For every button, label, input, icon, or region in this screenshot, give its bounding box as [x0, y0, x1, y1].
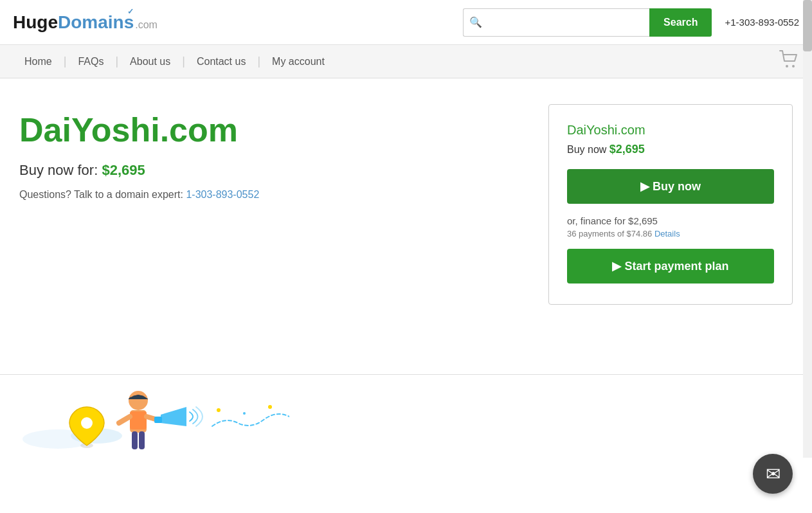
nav-item-contact[interactable]: Contact us	[185, 56, 257, 68]
nav-item-faqs[interactable]: FAQs	[66, 56, 115, 68]
logo-domains-text: Domains	[58, 12, 134, 33]
main-content: DaiYoshi.com Buy now for: $2,695 Questio…	[0, 78, 812, 374]
cart-icon[interactable]	[779, 50, 799, 73]
domain-price: $2,695	[102, 162, 145, 178]
expert-phone-link[interactable]: 1-303-893-0552	[186, 189, 259, 200]
illustration-svg	[19, 381, 289, 452]
card-domain-name: DaiYoshi.com	[567, 123, 774, 138]
nav-list: Home | FAQs | About us | Contact us | My…	[13, 55, 336, 68]
nav-item-about[interactable]: About us	[118, 56, 182, 68]
svg-point-15	[217, 408, 221, 412]
svg-point-6	[129, 391, 148, 410]
search-button[interactable]: Search	[649, 8, 712, 37]
buy-now-label: Buy now for:	[19, 162, 98, 178]
search-magnifier-icon: 🔍	[469, 16, 482, 28]
logo-dotcom-text: .com	[135, 19, 158, 31]
purchase-card: DaiYoshi.com Buy now $2,695 ▶ Buy now or…	[548, 104, 793, 305]
nav-link-faqs[interactable]: FAQs	[66, 56, 115, 68]
svg-rect-12	[139, 431, 145, 449]
svg-rect-11	[132, 431, 138, 449]
buy-now-button[interactable]: ▶ Buy now	[567, 169, 774, 204]
svg-rect-8	[130, 411, 147, 429]
nav-item-home[interactable]: Home	[13, 56, 64, 68]
svg-rect-14	[154, 417, 162, 423]
svg-point-0	[786, 65, 788, 68]
svg-point-5	[81, 417, 93, 429]
domain-info: DaiYoshi.com Buy now for: $2,695 Questio…	[19, 104, 523, 201]
svg-point-1	[792, 65, 795, 68]
expert-contact-text: Questions? Talk to a domain expert: 1-30…	[19, 189, 523, 201]
scrollbar-track	[803, 0, 812, 458]
scrollbar-thumb[interactable]	[803, 0, 812, 51]
finance-text: or, finance for $2,695	[567, 215, 774, 226]
main-nav: Home | FAQs | About us | Contact us | My…	[0, 45, 812, 78]
illustration-area	[0, 374, 812, 458]
domain-title: DaiYoshi.com	[19, 111, 523, 149]
nav-link-about[interactable]: About us	[118, 56, 182, 68]
card-price: $2,695	[609, 143, 645, 156]
svg-marker-13	[161, 407, 186, 426]
expert-label: Questions? Talk to a domain expert:	[19, 189, 183, 200]
nav-item-myaccount[interactable]: My account	[260, 56, 336, 68]
svg-line-9	[119, 417, 130, 423]
svg-point-16	[243, 412, 246, 415]
logo-huge-text: Huge	[13, 12, 58, 33]
start-payment-plan-button[interactable]: ▶ Start payment plan	[567, 249, 774, 284]
header-search-area: 🔍 Search	[463, 8, 712, 37]
search-input-wrapper: 🔍	[463, 8, 649, 37]
search-input[interactable]	[463, 8, 649, 37]
nav-link-contact[interactable]: Contact us	[185, 56, 257, 68]
svg-point-17	[268, 405, 272, 409]
card-buy-now-text: Buy now $2,695	[567, 143, 774, 156]
logo[interactable]: HugeDomains.com	[13, 12, 158, 33]
details-link[interactable]: Details	[654, 229, 680, 239]
nav-link-home[interactable]: Home	[13, 56, 64, 68]
nav-link-myaccount[interactable]: My account	[260, 56, 336, 68]
site-header: HugeDomains.com 🔍 Search +1-303-893-0552	[0, 0, 812, 45]
domain-buy-now-text: Buy now for: $2,695	[19, 162, 523, 179]
payments-text: 36 payments of $74.86 Details	[567, 229, 774, 239]
header-phone: +1-303-893-0552	[725, 17, 799, 28]
